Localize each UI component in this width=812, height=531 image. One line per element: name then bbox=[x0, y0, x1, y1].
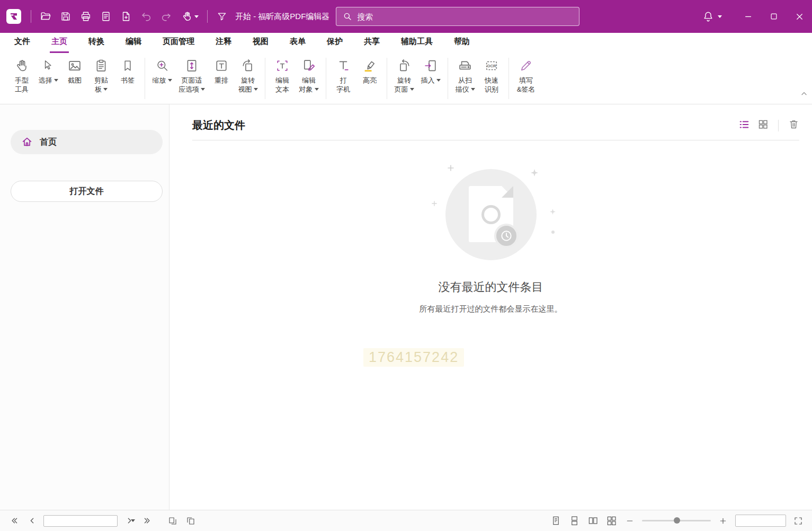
print-preview-button[interactable] bbox=[96, 6, 116, 27]
window-title: 开始 - 福昕高级PDF编辑器 bbox=[235, 12, 329, 22]
ribbon-item-label: 重排 bbox=[215, 76, 228, 84]
next-view-icon bbox=[186, 516, 195, 526]
titlebar-divider bbox=[207, 10, 208, 23]
next-view-button[interactable] bbox=[184, 515, 197, 527]
hand-pointer-icon bbox=[181, 11, 193, 22]
ribbon-toolbar: 手型 工具 选择 截图 剪贴 板 书签 bbox=[0, 53, 812, 104]
tab-share[interactable]: 共享 bbox=[362, 32, 381, 53]
chevron-down-icon bbox=[315, 88, 319, 91]
snapshot-button[interactable]: 截图 bbox=[61, 57, 88, 86]
page-number-combo[interactable] bbox=[43, 515, 118, 527]
grid-view-icon bbox=[757, 119, 769, 130]
minus-icon bbox=[626, 517, 634, 525]
tab-comment[interactable]: 注释 bbox=[214, 32, 233, 53]
fill-sign-button[interactable]: 填写 &签名 bbox=[513, 57, 539, 95]
single-page-view-button[interactable] bbox=[549, 515, 562, 527]
rotate-pages-icon bbox=[397, 58, 412, 74]
typewriter-button[interactable]: 打 字机 bbox=[330, 57, 356, 95]
continuous-view-button[interactable] bbox=[568, 515, 581, 527]
tab-view[interactable]: 视图 bbox=[251, 32, 270, 53]
typewriter-icon bbox=[336, 58, 351, 74]
tab-accessibility[interactable]: 辅助工具 bbox=[399, 32, 434, 53]
clear-recent-button[interactable] bbox=[788, 119, 799, 132]
ribbon-item-label: 填写 &签名 bbox=[517, 76, 536, 93]
rotate-view-button[interactable]: 旋转 视图 bbox=[235, 57, 261, 95]
edit-text-button[interactable]: 编辑 文本 bbox=[269, 57, 296, 95]
tab-help[interactable]: 帮助 bbox=[452, 32, 471, 53]
redo-button[interactable] bbox=[156, 6, 176, 27]
zoom-in-button[interactable] bbox=[717, 515, 729, 527]
maximize-button[interactable] bbox=[761, 0, 787, 33]
sidebar-item-home[interactable]: 首页 bbox=[11, 130, 163, 154]
fit-page-options-button[interactable]: 页面适 应选项 bbox=[175, 57, 208, 95]
select-tool-button[interactable]: 选择 bbox=[35, 57, 61, 86]
tab-file[interactable]: 文件 bbox=[13, 32, 32, 53]
notifications-button[interactable] bbox=[702, 11, 722, 22]
hand-tool-button[interactable]: 手型 工具 bbox=[8, 57, 35, 95]
tab-home[interactable]: 主页 bbox=[50, 32, 69, 53]
chevron-down-icon bbox=[54, 79, 58, 82]
ribbon-item-label: 编辑 文本 bbox=[275, 76, 289, 93]
sparkle-dot-icon bbox=[551, 226, 555, 236]
zoom-slider-thumb[interactable] bbox=[674, 517, 680, 524]
undo-button[interactable] bbox=[136, 6, 156, 27]
edit-text-icon bbox=[275, 58, 290, 74]
list-view-button[interactable] bbox=[738, 119, 750, 132]
print-button[interactable] bbox=[76, 6, 96, 27]
ribbon-item-label: 从扫 描仪 bbox=[456, 76, 472, 93]
search-input[interactable] bbox=[357, 12, 573, 21]
search-icon bbox=[343, 12, 352, 21]
ribbon-item-label: 旋转 页面 bbox=[395, 76, 412, 93]
open-folder-button[interactable] bbox=[35, 6, 56, 27]
rotate-pages-button[interactable]: 旋转 页面 bbox=[391, 57, 417, 95]
insert-pages-button[interactable]: 插入 bbox=[417, 57, 444, 86]
tab-page-organize[interactable]: 页面管理 bbox=[161, 32, 196, 53]
zoom-button[interactable]: 缩放 bbox=[149, 57, 175, 86]
minimize-button[interactable] bbox=[736, 0, 761, 33]
search-box[interactable] bbox=[336, 7, 579, 26]
single-page-view-icon bbox=[551, 516, 561, 526]
tab-form[interactable]: 表单 bbox=[288, 32, 307, 53]
ribbon-separator bbox=[145, 58, 145, 99]
reflow-button[interactable]: 重排 bbox=[208, 57, 235, 86]
grid-view-button[interactable] bbox=[757, 119, 769, 132]
highlight-button[interactable]: 高亮 bbox=[356, 57, 383, 86]
continuous-facing-view-button[interactable] bbox=[605, 515, 618, 527]
previous-view-button[interactable] bbox=[166, 515, 179, 527]
edit-object-button[interactable]: 编辑 对象 bbox=[296, 57, 322, 95]
collapse-ribbon-button[interactable] bbox=[800, 90, 808, 100]
clipboard-button[interactable]: 剪贴 板 bbox=[88, 57, 114, 95]
header-divider bbox=[192, 140, 799, 140]
chevron-right-icon bbox=[125, 516, 134, 525]
new-document-button[interactable] bbox=[116, 6, 136, 27]
zoom-level-combo[interactable] bbox=[735, 515, 786, 527]
quick-ocr-button[interactable]: OCR 快速 识别 bbox=[478, 57, 505, 95]
edit-object-icon bbox=[301, 58, 316, 74]
minimize-icon bbox=[743, 11, 754, 22]
tab-convert[interactable]: 转换 bbox=[87, 32, 106, 53]
zoom-slider[interactable] bbox=[642, 520, 711, 521]
touch-mode-button[interactable] bbox=[176, 6, 203, 27]
zoom-out-button[interactable] bbox=[623, 515, 636, 527]
zoom-icon bbox=[155, 58, 169, 74]
bell-icon bbox=[702, 11, 714, 22]
save-button[interactable] bbox=[56, 6, 76, 27]
bookmark-button[interactable]: 书签 bbox=[114, 57, 141, 86]
page-number-input[interactable] bbox=[47, 517, 129, 525]
first-page-button[interactable] bbox=[7, 515, 20, 527]
open-file-button[interactable]: 打开文件 bbox=[11, 181, 163, 202]
plus-icon bbox=[719, 517, 727, 525]
tab-edit[interactable]: 编辑 bbox=[124, 32, 143, 53]
bookmark-icon bbox=[121, 58, 135, 74]
filter-button[interactable] bbox=[212, 6, 232, 27]
facing-view-button[interactable] bbox=[586, 515, 599, 527]
tools-divider bbox=[778, 120, 779, 131]
from-scanner-button[interactable]: 从扫 描仪 bbox=[452, 57, 478, 95]
close-button[interactable] bbox=[787, 0, 812, 33]
last-page-button[interactable] bbox=[141, 515, 154, 527]
tab-protect[interactable]: 保护 bbox=[325, 32, 344, 53]
next-page-button[interactable] bbox=[123, 515, 136, 527]
fullscreen-button[interactable] bbox=[792, 515, 805, 527]
previous-page-button[interactable] bbox=[25, 515, 38, 527]
ribbon-item-label: 打 字机 bbox=[336, 76, 350, 93]
